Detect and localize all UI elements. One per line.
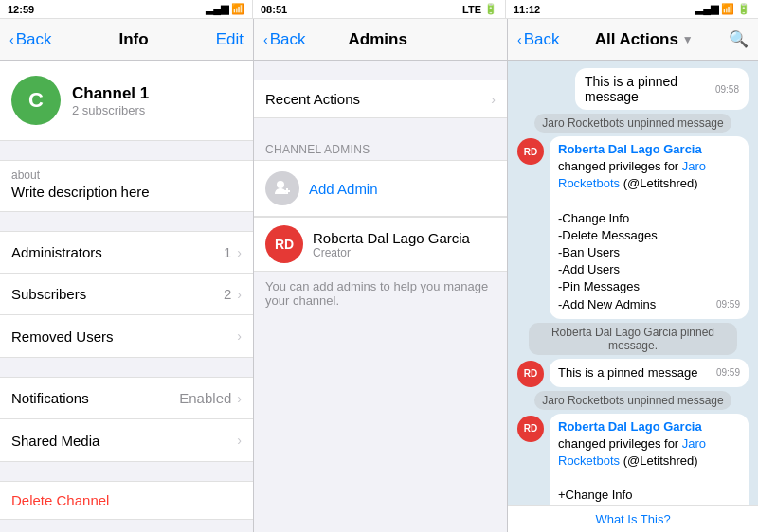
admins-content: Recent Actions › CHANNEL ADMINS Add Admi…	[254, 61, 507, 532]
back-label-chat: Back	[524, 30, 560, 49]
status-panel-1: 12:59 ▂▄▆ 📶	[0, 0, 253, 19]
chat-messages[interactable]: This is a pinned message 09:58 Jaro Rock…	[508, 61, 758, 505]
chevron-right-recent: ›	[491, 92, 496, 107]
admin-row[interactable]: RD Roberta Dal Lago Garcia Creator	[254, 217, 507, 272]
removed-users-row[interactable]: Removed Users ›	[0, 315, 253, 357]
channel-admins-section: CHANNEL ADMINS Add Admin RD Roberta D	[254, 137, 507, 272]
chevron-left-icon-2: ‹	[263, 32, 268, 47]
delete-section: Delete Channel	[0, 481, 253, 520]
highlight-name-3: Jaro Rocketbots	[558, 436, 706, 468]
time-1: 12:59	[8, 4, 34, 15]
subscribers-label: Subscribers	[11, 286, 224, 302]
signal-icons-3: ▂▄▆ 📶 🔋	[695, 3, 750, 15]
msg-content-1: Roberta Dal Lago Garcia changed privileg…	[550, 136, 749, 319]
add-admin-row[interactable]: Add Admin	[254, 160, 507, 217]
channel-header: C Channel 1 2 subscribers	[0, 61, 253, 141]
msg-text-3: changed privileges for Jaro Rocketbots (…	[558, 435, 740, 505]
add-admin-label: Add Admin	[309, 181, 378, 197]
chevron-left-icon: ‹	[9, 32, 14, 47]
pinned-message: This is a pinned message 09:58	[575, 68, 749, 110]
msg-avatar-1: RD	[517, 138, 544, 165]
msg-content-3: Roberta Dal Lago Garcia changed privileg…	[550, 414, 749, 505]
msg-sender-3: Roberta Dal Lago Garcia	[558, 419, 740, 434]
battery-icon-3: 🔋	[737, 3, 750, 15]
lte-icon: LTE	[462, 4, 481, 15]
administrators-value: 1	[224, 244, 231, 260]
chevron-left-icon-3: ‹	[517, 32, 522, 47]
notifications-label: Notifications	[11, 390, 179, 406]
about-text: Write description here	[11, 184, 242, 200]
back-button-admins[interactable]: ‹ Back	[263, 30, 305, 49]
highlight-name-1: Jaro Rocketbots	[558, 159, 706, 190]
dropdown-chevron-icon: ▼	[682, 33, 694, 46]
recent-actions-row[interactable]: Recent Actions ›	[254, 80, 507, 118]
subscribers-value: 2	[224, 286, 231, 302]
chevron-right-icon-2: ›	[237, 287, 242, 302]
back-button-chat[interactable]: ‹ Back	[517, 30, 559, 49]
time-3: 11:12	[514, 4, 540, 15]
chat-msg-1: RD Roberta Dal Lago Garcia changed privi…	[517, 136, 749, 319]
signal-icon: ▂▄▆	[206, 3, 228, 15]
channel-subscribers: 2 subscribers	[72, 103, 149, 117]
admins-help-text: You can add admins to help you manage yo…	[254, 272, 507, 315]
channel-avatar: C	[11, 76, 61, 125]
battery-icon-2: 🔋	[484, 3, 497, 15]
pinned-text: This is a pinned message	[585, 74, 710, 104]
channel-name: Channel 1	[72, 84, 149, 103]
chevron-right-icon-3: ›	[237, 328, 242, 344]
signal-icon-3: ▂▄▆	[695, 3, 718, 15]
edit-button[interactable]: Edit	[216, 30, 244, 49]
chat-msg-2: RD This is a pinned message 09:59	[517, 359, 749, 387]
msg-time-1: 09:59	[716, 298, 740, 311]
system-msg-2: Roberta Dal Lago Garcia pinned message.	[529, 323, 737, 355]
wifi-icon: 📶	[231, 3, 244, 15]
msg-avatar-3: RD	[517, 416, 544, 442]
chat-msg-3: RD Roberta Dal Lago Garcia changed privi…	[517, 414, 749, 505]
time-2: 08:51	[261, 4, 287, 15]
status-bar: 12:59 ▂▄▆ 📶 08:51 LTE 🔋 11:12 ▂▄▆ 📶 🔋	[0, 0, 758, 19]
admin-name: Roberta Dal Lago Garcia	[313, 230, 470, 246]
section-header-admins: CHANNEL ADMINS	[254, 137, 507, 160]
admin-avatar: RD	[265, 225, 303, 263]
nav-bar-chat: ‹ Back All Actions ▼ 🔍	[508, 19, 758, 61]
notifications-value: Enabled	[179, 390, 231, 406]
nav-title-info: Info	[119, 30, 149, 49]
wifi-icon-3: 📶	[721, 3, 734, 15]
system-msg-3: Jaro Rocketbots unpinned message	[534, 391, 731, 410]
channel-info-panel: ‹ Back Info Edit C Channel 1 2 subscribe…	[0, 19, 254, 532]
msg-time-2: 09:59	[716, 366, 740, 380]
about-section: about Write description here	[0, 160, 253, 212]
all-actions-title: All Actions ▼	[595, 30, 694, 49]
pinned-time: 09:58	[715, 84, 739, 95]
nav-title-admins: Admins	[349, 30, 407, 49]
notifications-group: Notifications Enabled › Shared Media ›	[0, 377, 253, 462]
nav-bar-admins: ‹ Back Admins	[254, 19, 507, 61]
back-button-info[interactable]: ‹ Back	[9, 30, 51, 49]
subscribers-row[interactable]: Subscribers 2 ›	[0, 274, 253, 315]
msg-avatar-2: RD	[517, 361, 544, 387]
add-admin-icon	[265, 171, 299, 205]
recent-actions-label: Recent Actions	[265, 91, 491, 107]
chevron-right-icon-4: ›	[237, 391, 242, 406]
bottom-link[interactable]: What Is This?	[508, 505, 758, 532]
msg-content-2: This is a pinned message 09:59	[550, 359, 749, 387]
notifications-row[interactable]: Notifications Enabled ›	[0, 378, 253, 419]
search-button-chat[interactable]: 🔍	[729, 29, 749, 49]
admins-panel: ‹ Back Admins Recent Actions › CHANNEL A…	[254, 19, 508, 532]
status-panel-3: 11:12 ▂▄▆ 📶 🔋	[506, 0, 758, 19]
msg-sender-1: Roberta Dal Lago Garcia	[558, 142, 740, 156]
signal-icons-2: LTE 🔋	[462, 3, 497, 15]
delete-channel-button[interactable]: Delete Channel	[0, 482, 253, 519]
system-msg-1: Jaro Rocketbots unpinned message	[534, 114, 731, 133]
admin-info: Roberta Dal Lago Garcia Creator	[313, 230, 470, 259]
shared-media-label: Shared Media	[11, 433, 237, 449]
channel-info: Channel 1 2 subscribers	[72, 84, 149, 117]
administrators-row[interactable]: Administrators 1 ›	[0, 232, 253, 274]
chevron-right-icon: ›	[237, 245, 242, 260]
nav-bar-info: ‹ Back Info Edit	[0, 19, 253, 61]
signal-icons-1: ▂▄▆ 📶	[206, 3, 244, 15]
admin-role: Creator	[313, 246, 470, 259]
shared-media-row[interactable]: Shared Media ›	[0, 419, 253, 461]
chat-panel: ‹ Back All Actions ▼ 🔍 This is a pinned …	[508, 19, 758, 532]
removed-users-label: Removed Users	[11, 328, 237, 345]
